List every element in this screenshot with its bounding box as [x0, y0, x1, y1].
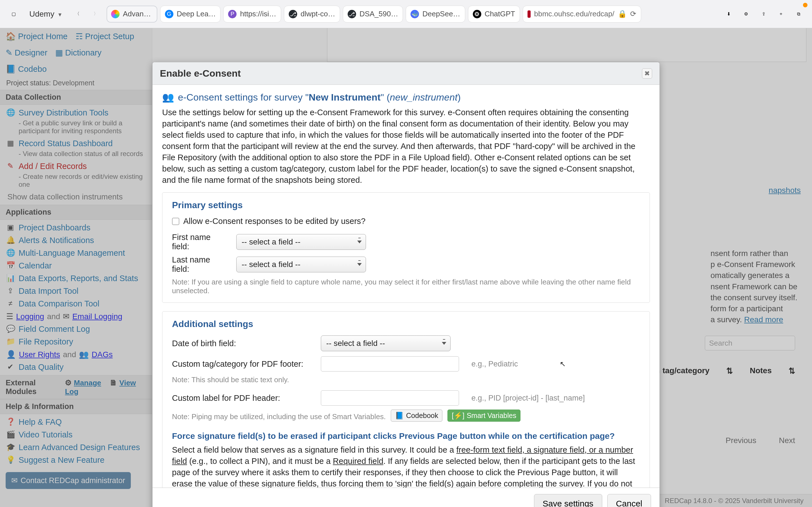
signature-heading: Force signature field(s) to be erased if…: [172, 431, 640, 441]
app-switcher-label: Udemy: [29, 10, 54, 18]
address-bar[interactable]: bbmc.ouhsc.edu/redcap/ 🔒 ⟳: [523, 6, 641, 22]
cancel-button[interactable]: Cancel: [607, 494, 651, 507]
lock-icon: 🔒: [618, 10, 627, 18]
back-button[interactable]: 〈: [69, 6, 85, 22]
modal-subtitle: 👥 e-Consent settings for survey "New Ins…: [162, 92, 650, 103]
allow-edit-checkbox[interactable]: [172, 218, 179, 225]
name-note: Note: If you are using a single field to…: [172, 278, 640, 295]
tab-3[interactable]: ⎇dlwpt-co…: [284, 6, 340, 22]
last-name-select[interactable]: -- select a field --: [236, 257, 366, 272]
bolt-icon: [⚡]: [452, 411, 464, 420]
settings-icon[interactable]: ⚙: [738, 6, 754, 22]
signature-paragraph: Select a field below that serves as a si…: [172, 444, 640, 488]
app-switcher[interactable]: Udemy: [24, 6, 66, 22]
close-icon: ✖: [644, 69, 650, 77]
modal-intro: Use the settings below for setting up th…: [162, 107, 650, 186]
forward-button: 〉: [88, 6, 104, 22]
site-icon: [527, 10, 530, 18]
downloads-icon[interactable]: ⬇: [721, 6, 737, 22]
tag-input[interactable]: [321, 356, 459, 372]
primary-settings-panel: Primary settings Allow e-Consent respons…: [162, 192, 650, 303]
tab-1[interactable]: GDeep Lea…: [160, 6, 221, 22]
tab-0[interactable]: Advan…: [107, 6, 157, 22]
share-icon[interactable]: ⇪: [756, 6, 771, 22]
tag-hint: e.g., Pediatric: [467, 360, 518, 369]
smart-variables-button[interactable]: [⚡]Smart Variables: [448, 409, 520, 421]
primary-settings-heading: Primary settings: [172, 200, 640, 210]
dob-label: Date of birth field:: [172, 339, 313, 348]
additional-settings-heading: Additional settings: [172, 319, 640, 329]
notification-dot-icon: [803, 3, 808, 7]
last-name-label: Last name field:: [172, 255, 229, 274]
reload-icon[interactable]: ⟳: [630, 10, 637, 18]
codebook-button[interactable]: 📘Codebook: [391, 409, 442, 421]
tab-4[interactable]: ⎇DSA_590…: [343, 6, 403, 22]
sidebar-toggle-icon[interactable]: ▢: [6, 6, 21, 22]
browser-toolbar: ▢ Udemy 〈 〉 Advan… GDeep Lea… Phttps://i…: [0, 0, 812, 28]
book2-icon: 📘: [395, 411, 404, 420]
people-icon: 👥: [162, 92, 174, 103]
save-settings-button[interactable]: Save settings: [534, 494, 602, 507]
tab-5[interactable]: 🐳DeepSee…: [406, 6, 465, 22]
header-input[interactable]: [321, 390, 459, 406]
tag-note: Note: This should be static text only.: [172, 376, 640, 384]
dob-select[interactable]: -- select a field --: [321, 335, 451, 351]
cursor-icon: ↖: [560, 360, 566, 369]
tag-label: Custom tag/category for PDF footer:: [172, 359, 313, 369]
chevron-down-icon: [57, 10, 61, 18]
tab-2[interactable]: Phttps://isi…: [223, 6, 281, 22]
address-text: bbmc.ouhsc.edu/redcap/: [534, 10, 614, 18]
header-label: Custom label for PDF header:: [172, 393, 313, 403]
close-button[interactable]: ✖: [642, 68, 652, 78]
modal-title: Enable e-Consent: [160, 68, 241, 79]
tab-6[interactable]: ❂ChatGPT: [468, 6, 520, 22]
additional-settings-panel: Additional settings Date of birth field:…: [162, 311, 650, 488]
first-name-label: First name field:: [172, 233, 229, 251]
tabs-overview-icon[interactable]: ⧉: [791, 6, 806, 22]
piping-note: Note: Piping may be utilized, including …: [172, 412, 386, 421]
new-tab-icon[interactable]: ＋: [773, 6, 789, 22]
allow-edit-label: Allow e-Consent responses to be edited b…: [183, 217, 365, 226]
econsent-modal: Enable e-Consent ✖ 👥 e-Consent settings …: [152, 62, 660, 507]
header-hint: e.g., PID [project-id] - [last_name]: [467, 394, 585, 402]
first-name-select[interactable]: -- select a field --: [236, 234, 366, 250]
